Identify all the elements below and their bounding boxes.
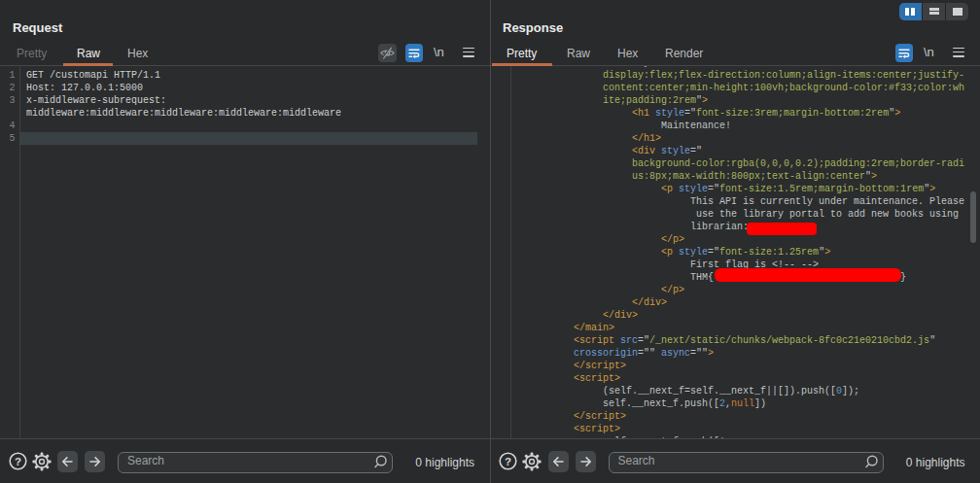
svg-text:?: ? [14,456,20,467]
svg-text:?: ? [505,456,511,467]
